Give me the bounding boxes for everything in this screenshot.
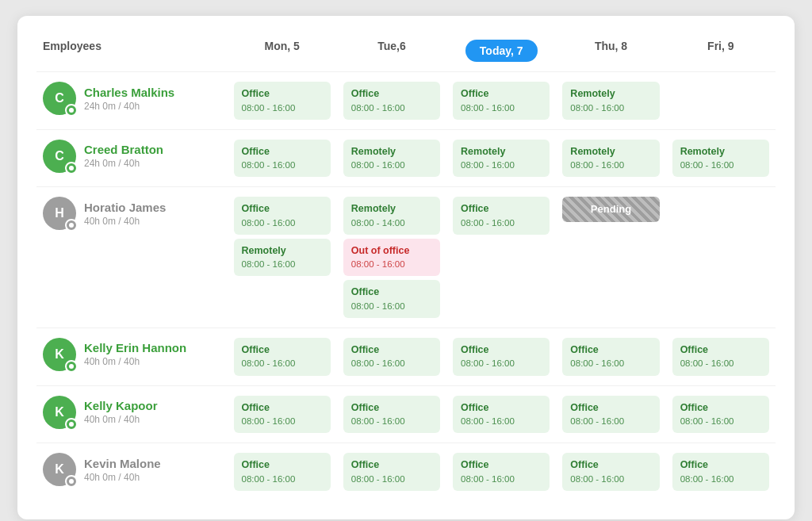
schedule-table: EmployeesMon, 5Tue,6Today, 7Thu, 8Fri, 9…	[36, 35, 776, 500]
table-row: CCreed Bratton24h 0m / 40hOffice08:00 - …	[36, 129, 776, 187]
shift-cell-2-0: Office08:00 - 16:00Remotely08:00 - 16:00	[228, 187, 337, 328]
shift-cell-2-4	[666, 187, 776, 328]
shift-cell-3-2: Office08:00 - 16:00	[446, 328, 556, 385]
shift-remotely: Remotely08:00 - 16:00	[453, 140, 550, 178]
day-header-4: Fri, 9	[666, 35, 776, 72]
shift-time-label: 08:00 - 16:00	[461, 102, 542, 114]
shift-time-label: 08:00 - 16:00	[680, 357, 761, 370]
employee-cell-4: KKelly Kapoor40h 0m / 40h	[36, 385, 228, 443]
shift-cell-3-0: Office08:00 - 16:00	[228, 328, 337, 385]
shift-type-label: Remotely	[351, 202, 432, 216]
avatar-badge	[65, 360, 78, 373]
shift-type-label: Office	[242, 145, 323, 159]
shift-remotely: Remotely08:00 - 16:00	[672, 140, 769, 178]
shift-type-label: Remotely	[570, 87, 651, 102]
shift-time-label: 08:00 - 16:00	[351, 102, 432, 114]
shift-type-label: Office	[351, 401, 432, 416]
shift-type-label: Out of office	[351, 244, 432, 259]
shift-time-label: 08:00 - 16:00	[461, 216, 542, 229]
shift-office: Office08:00 - 16:00	[672, 453, 769, 491]
shift-office: Office08:00 - 16:00	[453, 396, 550, 434]
shift-office: Office08:00 - 16:00	[672, 338, 769, 376]
shift-cell-5-3: Office08:00 - 16:00	[556, 443, 665, 500]
shift-office: Office08:00 - 16:00	[453, 453, 550, 491]
shift-office: Office08:00 - 16:00	[234, 82, 331, 120]
shift-time-label: 08:00 - 16:00	[570, 415, 651, 427]
shift-type-label: Office	[351, 285, 432, 300]
shift-time-label: 08:00 - 16:00	[351, 473, 432, 485]
shift-remotely: Remotely08:00 - 16:00	[343, 140, 440, 178]
shift-type-label: Office	[351, 343, 432, 358]
shift-type-label: Office	[680, 458, 761, 473]
shift-office: Office08:00 - 16:00	[562, 338, 659, 376]
shift-out-of-office: Out of office08:00 - 16:00	[343, 239, 440, 277]
shift-type-label: Office	[680, 343, 761, 358]
employee-cell-0: CCharles Malkins24h 0m / 40h	[36, 72, 228, 130]
shift-type-label: Remotely	[461, 145, 542, 159]
shift-type-label: Office	[461, 87, 542, 102]
shift-cell-2-1: Remotely08:00 - 14:00Out of office08:00 …	[337, 187, 446, 328]
avatar-badge	[65, 219, 78, 232]
table-row: KKevin Malone40h 0m / 40hOffice08:00 - 1…	[36, 443, 776, 500]
day-header-3: Thu, 8	[556, 35, 665, 72]
shift-office: Office08:00 - 16:00	[672, 396, 769, 434]
shift-office: Office08:00 - 16:00	[562, 396, 659, 434]
employee-hours: 24h 0m / 40h	[84, 101, 174, 112]
shift-time-label: 08:00 - 14:00	[351, 216, 432, 229]
employee-cell-5: KKevin Malone40h 0m / 40h	[36, 443, 228, 500]
shift-time-label: 08:00 - 16:00	[570, 102, 651, 114]
shift-office: Office08:00 - 16:00	[234, 140, 331, 178]
shift-remotely: Remotely08:00 - 16:00	[562, 140, 659, 178]
shift-type-label: Office	[570, 343, 651, 358]
shift-time-label: 08:00 - 16:00	[351, 258, 432, 270]
shift-cell-0-4	[666, 72, 776, 130]
shift-type-label: Office	[242, 401, 323, 416]
shift-cell-3-4: Office08:00 - 16:00	[666, 328, 776, 385]
shift-remotely: Remotely08:00 - 16:00	[234, 239, 331, 277]
employee-cell-1: CCreed Bratton24h 0m / 40h	[36, 129, 228, 187]
avatar: C	[43, 140, 76, 173]
shift-time-label: 08:00 - 16:00	[242, 473, 323, 485]
shift-type-label: Remotely	[351, 145, 432, 159]
table-row: HHoratio James40h 0m / 40hOffice08:00 - …	[36, 187, 776, 328]
shift-type-label: Office	[461, 401, 542, 416]
shift-type-label: Office	[570, 401, 651, 416]
shift-cell-4-2: Office08:00 - 16:00	[446, 385, 556, 443]
shift-office: Office08:00 - 16:00	[343, 396, 440, 434]
today-badge: Today, 7	[465, 40, 538, 62]
shift-office: Office08:00 - 16:00	[234, 197, 331, 235]
day-header-0: Mon, 5	[228, 35, 337, 72]
table-row: KKelly Kapoor40h 0m / 40hOffice08:00 - 1…	[36, 385, 776, 443]
shift-office: Office08:00 - 16:00	[343, 338, 440, 376]
employee-hours: 40h 0m / 40h	[84, 472, 161, 483]
avatar-badge	[65, 104, 78, 117]
shift-time-label: 08:00 - 16:00	[461, 415, 542, 427]
day-header-2[interactable]: Today, 7	[446, 35, 556, 72]
shift-cell-0-2: Office08:00 - 16:00	[446, 72, 556, 130]
shift-time-label: 08:00 - 16:00	[570, 473, 651, 485]
shift-cell-3-1: Office08:00 - 16:00	[337, 328, 446, 385]
shift-time-label: 08:00 - 16:00	[680, 159, 761, 171]
employee-hours: 40h 0m / 40h	[84, 414, 158, 425]
day-header-1: Tue,6	[337, 35, 446, 72]
shift-time-label: 08:00 - 16:00	[461, 357, 542, 370]
shift-time-label: 08:00 - 16:00	[242, 258, 323, 270]
shift-office: Office08:00 - 16:00	[234, 338, 331, 376]
shift-remotely: Remotely08:00 - 14:00	[343, 197, 440, 235]
shift-cell-1-2: Remotely08:00 - 16:00	[446, 129, 556, 187]
shift-cell-5-2: Office08:00 - 16:00	[446, 443, 556, 500]
shift-cell-2-2: Office08:00 - 16:00	[446, 187, 556, 328]
shift-type-label: Office	[351, 87, 432, 102]
shift-time-label: 08:00 - 16:00	[680, 473, 761, 485]
shift-type-label: Office	[461, 458, 542, 473]
avatar: K	[43, 338, 76, 371]
shift-cell-0-1: Office08:00 - 16:00	[337, 72, 446, 130]
shift-time-label: 08:00 - 16:00	[461, 159, 542, 171]
shift-time-label: 08:00 - 16:00	[242, 415, 323, 427]
employee-name: Kevin Malone	[84, 457, 161, 470]
shift-time-label: 08:00 - 16:00	[351, 357, 432, 370]
avatar-badge	[65, 418, 78, 431]
shift-time-label: 08:00 - 16:00	[351, 300, 432, 312]
shift-cell-4-4: Office08:00 - 16:00	[666, 385, 776, 443]
shift-type-label: Office	[351, 458, 432, 473]
